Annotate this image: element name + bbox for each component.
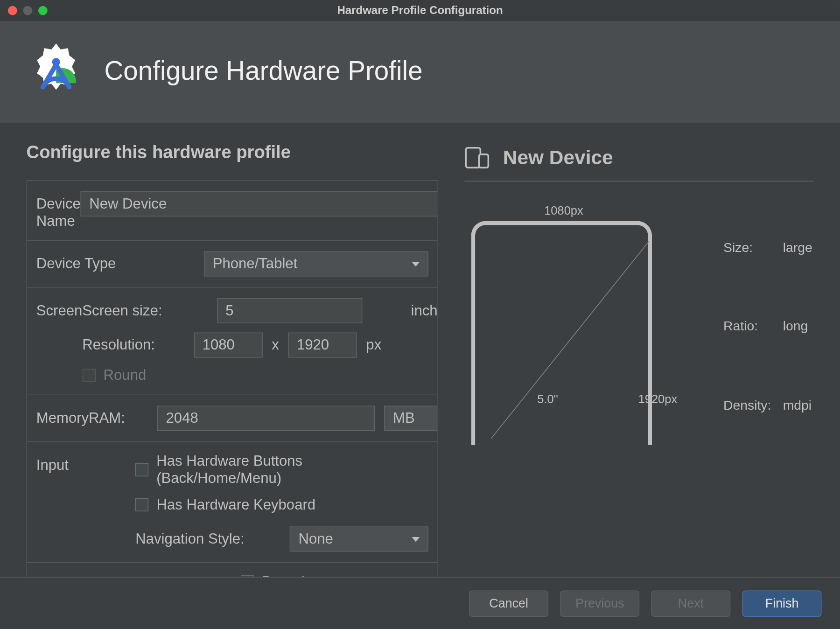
finish-button[interactable]: Finish — [742, 590, 822, 617]
next-button: Next — [651, 590, 731, 617]
resolution-label: Resolution: — [82, 336, 184, 354]
spec-ratio-value: long — [783, 288, 812, 365]
nav-style-value: None — [299, 531, 333, 548]
hardware-buttons-label: Has Hardware Buttons (Back/Home/Menu) — [156, 453, 428, 487]
svg-rect-2 — [479, 154, 489, 168]
screen-size-unit: inch — [411, 302, 438, 320]
portrait-checkbox[interactable] — [241, 575, 254, 577]
diagram-diagonal-label: 5.0" — [537, 392, 558, 406]
input-label: Input — [36, 453, 135, 474]
ram-input[interactable] — [157, 406, 375, 431]
window-minimize-button[interactable] — [23, 6, 32, 15]
nav-style-label: Navigation Style: — [135, 531, 280, 548]
previous-button: Previous — [560, 590, 639, 617]
cancel-button[interactable]: Cancel — [469, 590, 548, 617]
screen-size-label: Screen size: — [82, 302, 208, 320]
spec-ratio-label: Ratio: — [723, 288, 782, 365]
window-zoom-button[interactable] — [38, 6, 48, 15]
spec-density-value: mdpi — [783, 367, 812, 444]
devices-icon — [465, 147, 491, 169]
resolution-separator: x — [272, 336, 279, 354]
preview-specs: Size:large Ratio:long Density:mdpi — [722, 208, 813, 445]
spec-size-label: Size: — [723, 209, 782, 287]
ram-unit-select[interactable]: MB — [385, 406, 439, 431]
android-studio-icon — [27, 41, 86, 100]
spec-density-label: Density: — [723, 367, 782, 444]
form-panel: Device Name Device Type Phone/Tablet — [27, 180, 439, 577]
dialog-title: Configure Hardware Profile — [104, 56, 422, 85]
ram-unit-value: MB — [393, 410, 415, 427]
preview-device-name: New Device — [503, 147, 613, 169]
screen-label: Screen — [36, 298, 83, 319]
ram-label: RAM: — [89, 410, 148, 427]
svg-rect-1 — [466, 148, 481, 168]
supported-states-label: Supported device states — [36, 573, 241, 577]
titlebar: Hardware Profile Configuration — [0, 0, 840, 21]
window-close-button[interactable] — [8, 6, 17, 15]
dialog-footer: Cancel Previous Next Finish — [0, 577, 840, 629]
spec-size-value: large — [783, 209, 812, 287]
hardware-keyboard-checkbox[interactable] — [135, 498, 148, 511]
portrait-label: Portrait — [262, 573, 308, 577]
window-title: Hardware Profile Configuration — [0, 4, 840, 17]
screen-size-input[interactable] — [217, 298, 362, 323]
hardware-buttons-checkbox[interactable] — [135, 463, 148, 476]
section-subtitle: Configure this hardware profile — [27, 142, 439, 163]
round-checkbox — [82, 369, 95, 382]
dialog-header: Configure Hardware Profile — [0, 21, 840, 123]
diagram-height-label: 1920px — [638, 392, 678, 406]
device-name-label: Device Name — [36, 191, 81, 230]
device-type-label: Device Type — [36, 252, 204, 273]
chevron-down-icon — [412, 262, 420, 266]
device-diagram: 1080px 5.0" 1920px — [465, 208, 683, 445]
device-type-value: Phone/Tablet — [213, 255, 298, 273]
memory-label: Memory — [36, 406, 89, 427]
svg-line-3 — [491, 241, 649, 439]
chevron-down-icon — [412, 537, 420, 541]
device-type-select[interactable]: Phone/Tablet — [204, 252, 428, 277]
resolution-width-input[interactable] — [194, 333, 262, 358]
resolution-height-input[interactable] — [288, 333, 357, 358]
diagram-width-label: 1080px — [465, 204, 663, 218]
nav-style-select[interactable]: None — [290, 526, 428, 552]
device-name-input[interactable] — [81, 191, 438, 217]
resolution-unit: px — [366, 336, 381, 354]
hardware-keyboard-label: Has Hardware Keyboard — [156, 496, 315, 513]
round-label: Round — [104, 367, 147, 384]
